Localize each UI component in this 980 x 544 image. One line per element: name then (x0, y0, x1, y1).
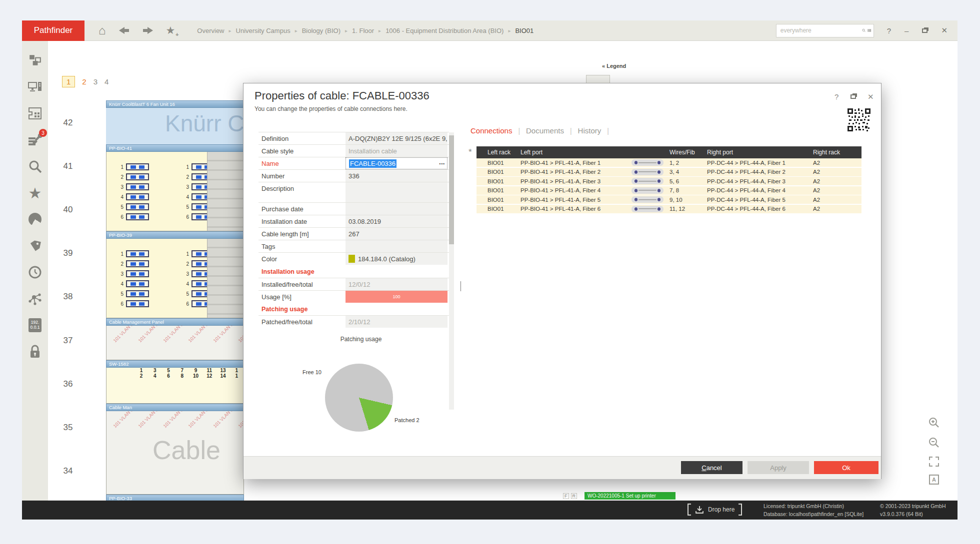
connection-row[interactable]: BIO01 PP-BIO-41 > PFL-41-A, Fiber 3 5, 6… (476, 177, 862, 185)
pin-marker-icon[interactable]: * (468, 147, 472, 157)
port-pair-icon[interactable] (126, 193, 149, 200)
tab-history[interactable]: History (578, 126, 602, 135)
breadcrumb-item[interactable]: University Campus (236, 27, 290, 34)
switch-body[interactable]: 1357911131 24681012141 (106, 368, 244, 404)
col-right-port[interactable]: Right port (707, 149, 813, 156)
sidebar-item-network-tree[interactable] (26, 52, 44, 69)
port-pair-icon[interactable] (126, 290, 149, 297)
connection-row[interactable]: BIO01 PP-BIO-41 > PFL-41-A, Fiber 5 9, 1… (476, 195, 862, 204)
port-group[interactable]: 1 (118, 163, 149, 170)
rack-device-header[interactable]: SW-1582 (106, 360, 244, 368)
breadcrumb-item[interactable]: 1006 - Equipment Distribution Area (BIO) (386, 27, 504, 34)
dialog-help-button[interactable]: ? (834, 92, 838, 101)
rack-device-header[interactable]: PP-BIO-41 (106, 144, 244, 152)
sidebar-item-reports[interactable] (26, 211, 44, 228)
connection-row[interactable]: BIO01 PP-BIO-41 > PFL-41-A, Fiber 2 3, 4… (476, 168, 862, 176)
field-value-installed-free-total[interactable]: 12/0/12 (346, 278, 448, 290)
help-button[interactable]: ? (887, 26, 891, 35)
cancel-button[interactable]: Cancel (681, 461, 742, 474)
col-left-port[interactable]: Left port (520, 149, 630, 156)
sidebar-item-tags[interactable] (26, 237, 44, 254)
sidebar-item-topology[interactable] (26, 290, 44, 307)
form-scrollbar-thumb[interactable] (449, 135, 454, 244)
patch-panel-pp-bio-41[interactable]: 1 1 2 2 3 3 (106, 152, 244, 231)
sidebar-item-permissions[interactable] (26, 343, 44, 360)
breadcrumb-item-current[interactable]: BIO01 (515, 27, 534, 34)
port-group[interactable]: 5 (118, 203, 149, 210)
page-tab-1[interactable]: 1 (62, 76, 75, 87)
field-value-tags[interactable] (346, 240, 448, 252)
port-group[interactable]: 6 (118, 300, 149, 307)
minimize-button[interactable]: – (904, 26, 908, 35)
sidebar-item-ip-networks[interactable]: 192.0.0.1 (26, 317, 44, 334)
port-pair-icon[interactable] (126, 173, 149, 180)
zoom-in-icon[interactable] (928, 417, 940, 429)
ellipsis-button[interactable]: ••• (440, 161, 445, 166)
sidebar-item-floorplan[interactable] (26, 105, 44, 122)
page-tab-2[interactable]: 2 (82, 77, 86, 86)
dialog-close-button[interactable]: ✕ (868, 92, 874, 101)
work-order-bar[interactable]: WO-20221005-1 Set up printer (584, 492, 676, 500)
col-wires[interactable]: Wires/Fib (670, 149, 707, 156)
ok-button[interactable]: Ok (814, 461, 878, 474)
home-icon[interactable]: ⌂ (98, 24, 106, 36)
field-value-name[interactable]: FCABLE-00336 ••• (346, 157, 448, 169)
sidebar-item-search[interactable] (26, 158, 44, 175)
field-value-purchase-date[interactable] (346, 203, 448, 215)
col-left-rack[interactable]: Left rack (476, 149, 520, 156)
port-group[interactable]: 2 (118, 173, 149, 180)
port-pair-icon[interactable] (126, 203, 149, 210)
rack-device-header[interactable]: Cable Man (106, 404, 244, 411)
col-right-rack[interactable]: Right rack (813, 149, 862, 156)
port-pair-icon[interactable] (126, 280, 149, 287)
port-pair-icon[interactable] (126, 250, 149, 257)
port-pair-icon[interactable] (126, 260, 149, 267)
port-group[interactable]: 2 (118, 260, 149, 267)
port-group[interactable]: 5 (118, 290, 149, 297)
sidebar-item-work-orders[interactable]: 3 (26, 131, 44, 148)
field-value-cable-style[interactable]: Installation cable (346, 145, 448, 157)
search-input[interactable] (776, 27, 862, 34)
fit-to-screen-icon[interactable] (929, 457, 939, 467)
port-pair-icon[interactable] (126, 213, 149, 220)
auto-label-icon[interactable]: A (929, 475, 939, 485)
page-tab-4[interactable]: 4 (104, 77, 108, 86)
tab-connections[interactable]: Connections (470, 126, 512, 135)
field-value-patched-free-total[interactable]: 2/10/12 (346, 316, 448, 328)
connection-row[interactable]: BIO01 PP-BIO-41 > PFL-41-A, Fiber 6 11, … (476, 205, 862, 213)
field-value-definition[interactable]: A-DQ(ZN)B2Y 12E 9/125 (6x2E 9, (346, 132, 448, 144)
rack-device-header[interactable]: PP-BIO-39 (106, 231, 244, 239)
connection-row[interactable]: BIO01 PP-BIO-41 > PFL-41-A, Fiber 4 7, 8… (476, 186, 862, 195)
cable-management-panel-body[interactable]: 101 VLAN BIO101 VLAN BIO101 VLAN BIO101 … (106, 326, 244, 360)
search-icon[interactable] (862, 26, 866, 34)
breadcrumb-item[interactable]: Overview (197, 27, 224, 34)
port-pair-icon[interactable] (126, 183, 149, 190)
dialog-maximize-button[interactable] (850, 94, 856, 99)
fan-unit-body[interactable]: Knürr C (106, 108, 244, 144)
breadcrumb-item[interactable]: 1. Floor (352, 27, 374, 34)
rack-device-header[interactable]: Cable Management Panel (106, 318, 244, 326)
cable-management-body[interactable]: 101 VLAN BIO101 VLAN BIO101 VLAN BIO101 … (106, 411, 244, 495)
legend-toggle[interactable]: « Legend (602, 63, 626, 69)
field-value-cable-length[interactable]: 267 (346, 228, 448, 240)
port-group[interactable]: 6 (118, 213, 149, 220)
add-favorite-icon[interactable]: ★+ (166, 24, 176, 36)
port-group[interactable]: 4 (118, 193, 149, 200)
barcode-icon[interactable] (868, 26, 872, 34)
sidebar-item-favorites[interactable]: ★ (26, 184, 44, 201)
restore-button[interactable] (922, 28, 928, 33)
apply-button[interactable]: Apply (748, 461, 809, 474)
port-group[interactable]: 3 (118, 183, 149, 190)
port-pair-icon[interactable] (126, 300, 149, 307)
field-value-installation-date[interactable]: 03.08.2019 (346, 215, 448, 227)
port-pair-icon[interactable] (126, 270, 149, 277)
port-group[interactable]: 1 (118, 250, 149, 257)
rack-device-header[interactable]: PP-BIO-33 (106, 495, 244, 501)
field-value-number[interactable]: 336 (346, 170, 448, 182)
zoom-out-icon[interactable] (928, 437, 940, 449)
connection-row[interactable]: BIO01 PP-BIO-41 > PFL-41-A, Fiber 1 1, 2… (476, 158, 862, 167)
breadcrumb-item[interactable]: Biology (BIO) (302, 27, 340, 34)
port-group[interactable]: 3 (118, 270, 149, 277)
field-value-color[interactable]: 184.184.0 (Catalog) (346, 253, 448, 265)
tab-documents[interactable]: Documents (526, 126, 564, 135)
